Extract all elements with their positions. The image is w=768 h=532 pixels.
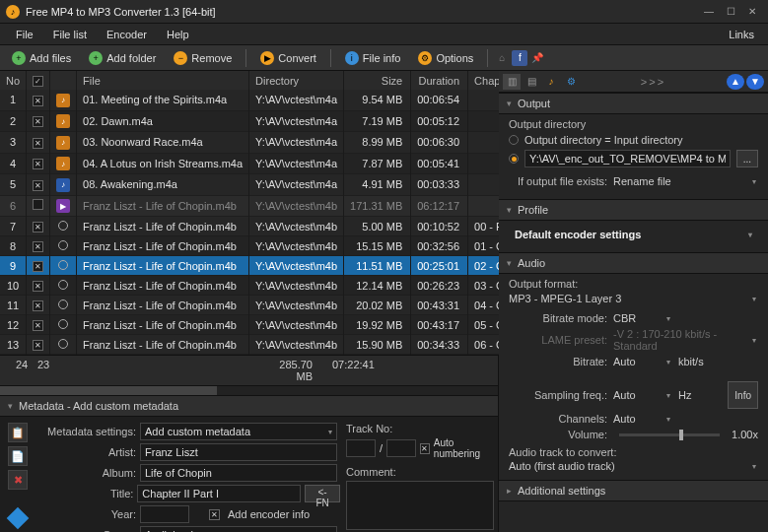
nav-audio-icon[interactable]: ♪ <box>542 74 560 90</box>
col-file[interactable]: File <box>77 71 249 90</box>
minus-icon: − <box>174 51 187 65</box>
row-checkbox[interactable]: ✕ <box>33 96 43 106</box>
row-checkbox[interactable]: ✕ <box>33 300 43 311</box>
col-icon[interactable] <box>50 71 77 90</box>
year-input[interactable] <box>140 505 189 523</box>
col-directory[interactable]: Directory <box>249 71 344 90</box>
volume-slider[interactable] <box>619 433 720 436</box>
file-info-button[interactable]: iFile info <box>337 48 409 68</box>
table-row[interactable]: 4✕♪04. A Lotus on Irish Streams.m4aY:\AV… <box>0 153 582 174</box>
row-checkbox[interactable]: ✕ <box>33 116 43 127</box>
table-row[interactable]: 3✕♪03. Noonward Race.m4aY:\AV\vctest\m4a… <box>0 132 582 154</box>
remove-button[interactable]: −Remove <box>166 48 240 68</box>
options-button[interactable]: ⚙Options <box>410 48 481 68</box>
close-button[interactable]: ✕ <box>742 4 762 20</box>
table-row[interactable]: 1✕♪01. Meeting of the Spirits.m4aY:\AV\v… <box>0 90 582 110</box>
row-checkbox[interactable]: ✕ <box>33 241 43 252</box>
titlebar: ♪ Free MP4 to MP3 Converter 1.3 [64-bit]… <box>0 0 768 24</box>
table-row[interactable]: 9✕Franz Liszt - Life of Chopin.m4bY:\AV\… <box>0 256 582 276</box>
track-total-input[interactable] <box>386 439 416 457</box>
info-button[interactable]: Info <box>728 381 758 409</box>
menu-filelist[interactable]: File list <box>43 27 97 42</box>
nav-settings-icon[interactable]: ⚙ <box>562 74 580 90</box>
tag-icon <box>7 507 30 530</box>
row-checkbox[interactable] <box>33 199 43 210</box>
facebook-icon[interactable]: f <box>512 50 527 66</box>
minimize-button[interactable]: — <box>699 4 719 20</box>
folder-plus-icon: + <box>89 51 103 65</box>
toolbar: +Add files +Add folder −Remove ▶Convert … <box>0 45 768 71</box>
meta-settings-select[interactable]: Add custom metadata <box>140 423 337 440</box>
row-checkbox[interactable]: ✕ <box>33 261 43 272</box>
menu-encoder[interactable]: Encoder <box>97 27 157 42</box>
album-input[interactable] <box>140 464 337 482</box>
table-row[interactable]: 11✕Franz Liszt - Life of Chopin.m4bY:\AV… <box>0 296 582 315</box>
table-row[interactable]: 10✕Franz Liszt - Life of Chopin.m4bY:\AV… <box>0 276 582 296</box>
add-encoder-checkbox[interactable]: ✕ <box>209 509 220 520</box>
pin-icon[interactable]: 📌 <box>529 50 545 66</box>
row-checkbox[interactable]: ✕ <box>33 180 43 191</box>
exists-select[interactable]: Rename file <box>613 175 758 187</box>
output-same-radio[interactable] <box>509 135 519 145</box>
copy-meta-button[interactable]: 📋 <box>8 423 28 442</box>
output-path-radio[interactable] <box>509 154 519 164</box>
artist-input[interactable] <box>140 443 337 461</box>
menu-links[interactable]: Links <box>721 27 762 42</box>
col-size[interactable]: Size <box>344 71 411 90</box>
additional-section-header[interactable]: Additional settings <box>499 480 768 501</box>
nav-down-icon[interactable]: ▼ <box>746 74 764 90</box>
horizontal-scrollbar[interactable] <box>0 385 498 395</box>
browse-button[interactable]: ... <box>736 150 758 167</box>
metadata-header[interactable]: Metadata - Add custom metadata <box>0 395 498 417</box>
output-path-input[interactable] <box>524 150 731 167</box>
comment-label: Comment: <box>346 466 494 478</box>
row-checkbox[interactable]: ✕ <box>33 159 43 169</box>
table-row[interactable]: 2✕♪02. Dawn.m4aY:\AV\vctest\m4a7.19 MB00… <box>0 110 582 132</box>
col-no[interactable]: No <box>0 71 27 90</box>
table-row[interactable]: 7✕Franz Liszt - Life of Chopin.m4bY:\AV\… <box>0 217 582 236</box>
profile-section-header[interactable]: Profile <box>499 199 768 221</box>
audio-section-header[interactable]: Audio <box>499 252 768 274</box>
convert-button[interactable]: ▶Convert <box>252 48 324 68</box>
fn-button[interactable]: <-FN <box>305 485 340 502</box>
home-icon[interactable]: ⌂ <box>494 50 510 66</box>
file-type-icon: ♪ <box>50 174 77 196</box>
paste-meta-button[interactable]: 📄 <box>8 446 28 466</box>
table-row[interactable]: 6▶Franz Liszt - Life of Chopin.m4bY:\AV\… <box>0 195 582 217</box>
row-checkbox[interactable]: ✕ <box>33 340 43 351</box>
table-row[interactable]: 5✕♪08. Awakening.m4aY:\AV\vctest\m4a4.91… <box>0 174 582 196</box>
add-files-button[interactable]: +Add files <box>4 48 79 68</box>
clear-meta-button[interactable]: ✖ <box>8 470 28 490</box>
row-checkbox[interactable]: ✕ <box>33 281 43 292</box>
menu-file[interactable]: File <box>6 27 43 42</box>
sampfreq-select[interactable]: Auto <box>613 389 672 401</box>
row-checkbox[interactable]: ✕ <box>33 138 43 149</box>
genre-select[interactable]: Audiobook <box>140 526 337 532</box>
table-row[interactable]: 12✕Franz Liszt - Life of Chopin.m4bY:\AV… <box>0 315 582 335</box>
table-row[interactable]: 8✕Franz Liszt - Life of Chopin.m4bY:\AV\… <box>0 236 582 256</box>
auto-numbering-checkbox[interactable]: ✕ <box>420 443 430 454</box>
menu-help[interactable]: Help <box>157 27 199 42</box>
col-duration[interactable]: Duration <box>411 71 468 90</box>
row-checkbox[interactable]: ✕ <box>33 222 43 233</box>
nav-output-icon[interactable]: ▥ <box>503 74 521 90</box>
table-row[interactable]: 13✕Franz Liszt - Life of Chopin.m4bY:\AV… <box>0 335 582 355</box>
bitrate-mode-select[interactable]: CBR <box>613 312 672 324</box>
maximize-button[interactable]: ☐ <box>721 4 740 20</box>
row-checkbox[interactable]: ✕ <box>33 320 43 331</box>
nav-up-icon[interactable]: ▲ <box>727 74 744 90</box>
title-input[interactable] <box>137 485 301 502</box>
nav-profile-icon[interactable]: ▤ <box>523 74 540 90</box>
comment-textarea[interactable] <box>346 481 494 530</box>
channels-select[interactable]: Auto <box>613 413 672 425</box>
track-no-input[interactable] <box>346 439 376 457</box>
output-section-header[interactable]: Output <box>499 93 768 114</box>
profile-select[interactable]: Default encoder settings <box>509 225 758 244</box>
audio-track-select[interactable]: Auto (first audio track) <box>509 460 758 472</box>
bitrate-select[interactable]: Auto <box>613 356 672 367</box>
app-title: Free MP4 to MP3 Converter 1.3 [64-bit] <box>26 6 699 18</box>
add-folder-button[interactable]: +Add folder <box>81 48 164 68</box>
format-select[interactable]: MP3 - MPEG-1 Layer 3 <box>509 293 758 304</box>
col-check[interactable]: ✓ <box>27 71 50 90</box>
nav-more[interactable]: >>> <box>582 76 725 88</box>
